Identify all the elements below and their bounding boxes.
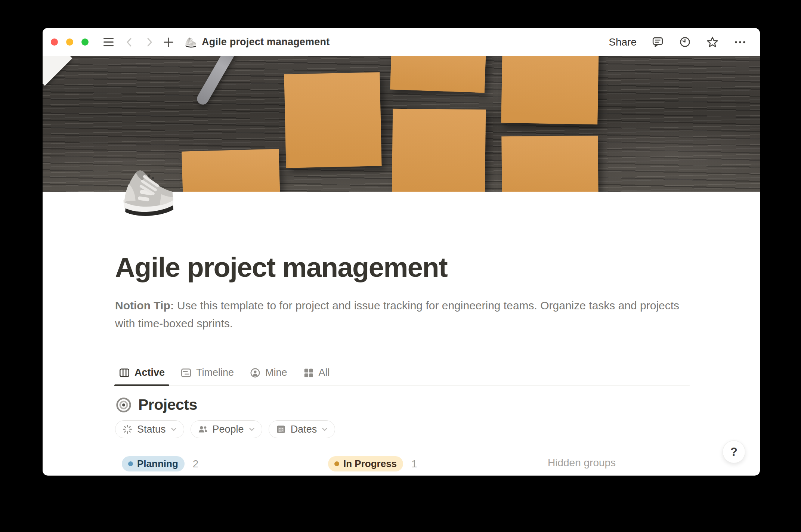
desktop: { "toolbar": { "title": "Agile project m…	[0, 0, 801, 532]
notion-tip: Notion Tip: Use this template to for pro…	[115, 297, 687, 332]
section-title: Projects	[138, 396, 197, 414]
tab-mine[interactable]: Mine	[249, 367, 288, 385]
star-icon	[706, 36, 719, 49]
calendar-icon	[275, 424, 287, 435]
page-content: Agile project management Notion Tip: Use…	[43, 251, 760, 472]
clock-icon	[679, 36, 691, 48]
zoom-button[interactable]	[81, 38, 89, 46]
plus-icon	[163, 37, 174, 48]
pen-image	[195, 56, 245, 106]
person-circle-icon	[250, 367, 261, 378]
help-label: ?	[730, 445, 737, 459]
paper-corner	[43, 56, 72, 86]
tab-label: Active	[134, 367, 165, 378]
comments-button[interactable]	[652, 36, 664, 48]
group-count: 2	[193, 458, 199, 470]
filter-dates[interactable]: Dates	[269, 420, 335, 438]
status-icon	[122, 424, 133, 435]
people-icon	[197, 424, 208, 435]
status-dot	[334, 461, 339, 466]
tab-active[interactable]: Active	[118, 367, 166, 385]
board-group-headers: Planning 2 In Progress 1 Hidden groups	[115, 456, 690, 472]
sticky-note	[182, 149, 280, 192]
filter-label: Status	[137, 424, 166, 435]
notion-tip-text: Use this template to for project and iss…	[115, 299, 679, 330]
sidebar-menu-button[interactable]	[103, 38, 114, 46]
board-icon	[119, 367, 130, 378]
sticky-note	[501, 136, 598, 192]
chevron-left-icon	[125, 37, 134, 48]
toolbar-page-title: Agile project management	[202, 36, 330, 48]
sticky-note	[392, 109, 486, 192]
notion-window: Agile project management Share	[43, 28, 760, 476]
filter-status[interactable]: Status	[115, 420, 184, 438]
filter-label: Dates	[291, 424, 317, 435]
tab-all[interactable]: All	[302, 367, 331, 385]
chevron-right-icon	[145, 37, 154, 48]
chevron-down-icon	[321, 426, 328, 433]
tab-label: Mine	[265, 367, 287, 378]
sticky-note	[501, 56, 599, 124]
tab-timeline[interactable]: Timeline	[180, 367, 235, 385]
target-icon	[115, 396, 132, 414]
group-planning[interactable]: Planning 2	[122, 456, 198, 471]
filter-bar: Status People Dates	[115, 420, 690, 438]
new-tab-button[interactable]	[163, 37, 174, 48]
group-label: In Progress	[343, 458, 397, 470]
forward-button[interactable]	[145, 37, 154, 48]
status-dot	[128, 461, 133, 466]
page-title: Agile project management	[115, 251, 690, 283]
tab-label: All	[319, 367, 330, 378]
sticky-note	[390, 56, 486, 93]
comment-icon	[652, 36, 664, 48]
sneaker-icon	[116, 161, 178, 222]
tab-label: Timeline	[196, 367, 234, 378]
view-tabs: Active Timeline Mine All	[115, 367, 690, 386]
back-button[interactable]	[125, 37, 134, 48]
section-heading: Projects	[115, 396, 690, 414]
page-icon[interactable]	[119, 163, 175, 219]
updates-button[interactable]	[679, 36, 691, 48]
group-label: Planning	[137, 458, 178, 470]
more-options-button[interactable]	[734, 36, 746, 49]
sticky-note	[284, 72, 381, 168]
filter-label: People	[213, 424, 244, 435]
notion-tip-label: Notion Tip:	[115, 299, 174, 312]
close-button[interactable]	[51, 38, 58, 46]
timeline-icon	[180, 367, 192, 378]
favorite-button[interactable]	[706, 36, 719, 49]
filter-people[interactable]: People	[191, 420, 262, 438]
grid-icon	[303, 367, 314, 378]
hidden-groups-button[interactable]: Hidden groups	[548, 457, 616, 469]
toolbar-page-icon	[185, 36, 197, 48]
group-count: 1	[411, 458, 417, 470]
help-button[interactable]: ?	[723, 440, 745, 463]
ellipsis-icon	[734, 36, 746, 49]
traffic-lights	[51, 38, 89, 46]
share-button[interactable]: Share	[609, 36, 637, 48]
window-toolbar: Agile project management Share	[43, 28, 760, 56]
chevron-down-icon	[248, 426, 256, 433]
chevron-down-icon	[170, 426, 177, 433]
group-in-progress[interactable]: In Progress 1	[328, 456, 417, 471]
active-tab-underline	[114, 384, 169, 386]
minimize-button[interactable]	[66, 38, 73, 46]
